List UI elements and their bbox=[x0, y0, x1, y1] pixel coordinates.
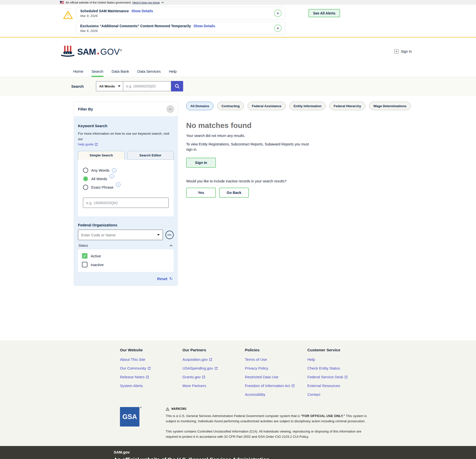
status-option-active[interactable]: ✓ Active bbox=[82, 253, 170, 259]
sign-in-link[interactable]: Sign In bbox=[394, 49, 412, 54]
warning-triangle-icon bbox=[63, 10, 73, 20]
main-area: Filter By − Keyword Search For more info… bbox=[0, 95, 476, 340]
footer-link-more-partners[interactable]: More Partners bbox=[182, 384, 245, 388]
footer-link-check-entity-status[interactable]: Check Entity Status bbox=[307, 366, 370, 370]
nav-item-home[interactable]: Home bbox=[73, 65, 83, 77]
footer-link-privacy-policy[interactable]: Privacy Policy bbox=[245, 366, 307, 370]
footer-link-label: Freedom of Information Act bbox=[245, 384, 290, 388]
keyword-tabs: Simple Search Search Editor bbox=[78, 151, 174, 160]
alert-card: Exclusions “Additional Comments” Content… bbox=[76, 22, 285, 35]
alert-card: Scheduled SAM MaintenanceShow Details Ma… bbox=[76, 7, 285, 20]
filter-panel: Filter By − Keyword Search For more info… bbox=[74, 102, 178, 286]
status-option-inactive[interactable]: Inactive bbox=[82, 262, 170, 267]
nav-item-search[interactable]: Search bbox=[91, 65, 103, 77]
active-checkbox[interactable]: ✓ bbox=[82, 253, 87, 259]
info-icon[interactable]: i bbox=[110, 174, 114, 178]
exact-phrase-label: Exact Phrase bbox=[91, 185, 113, 189]
status-header[interactable]: Status bbox=[78, 244, 173, 247]
no-matches-heading: No matches found bbox=[186, 121, 411, 130]
footer-link-restricted-data-use[interactable]: Restricted Data Use bbox=[245, 375, 307, 379]
footer-link-contact[interactable]: Contact bbox=[307, 392, 370, 397]
nav-item-data-bank[interactable]: Data Bank bbox=[112, 65, 129, 77]
minus-icon: − bbox=[169, 107, 171, 111]
help-guide-link[interactable]: help guide bbox=[78, 142, 98, 146]
active-label: Active bbox=[91, 254, 101, 258]
filter-collapse-button[interactable]: − bbox=[166, 105, 174, 113]
domain-tab-federal-hierarchy[interactable]: Federal Hierarchy bbox=[329, 102, 365, 110]
go-back-button[interactable]: Go Back bbox=[219, 188, 249, 198]
footer-link-federal-service-desk[interactable]: Federal Service Desk bbox=[307, 375, 370, 379]
gsa-logo-text: GSA bbox=[122, 413, 137, 421]
chevron-down-icon bbox=[161, 2, 164, 3]
close-icon: ✕ bbox=[277, 11, 279, 15]
dark-footer: SAM.gov An official website of the U.S. … bbox=[0, 446, 476, 459]
domain-tab-entity-information[interactable]: Entity Information bbox=[289, 102, 326, 110]
alert-title: Exclusions “Additional Comments” Content… bbox=[80, 24, 191, 28]
refresh-icon: ↻ bbox=[169, 276, 173, 281]
alert-show-details-link[interactable]: Show Details bbox=[131, 9, 153, 13]
all-words-label: All Words bbox=[91, 177, 107, 181]
close-icon: ✕ bbox=[277, 26, 279, 30]
domain-tab-wage-determinations[interactable]: Wage Determinations bbox=[369, 102, 411, 110]
nav-item-data-services[interactable]: Data Services bbox=[137, 65, 161, 77]
domain-tab-federal-assistance[interactable]: Federal Assistance bbox=[248, 102, 286, 110]
alert-close-button[interactable]: ✕ bbox=[274, 9, 282, 17]
footer-link-label: Federal Service Desk bbox=[307, 375, 343, 379]
footer-link-label: Release Notes bbox=[120, 375, 144, 379]
footer-link-foia[interactable]: Freedom of Information Act bbox=[245, 384, 307, 388]
footer-col-heading: Our Website bbox=[120, 348, 182, 352]
inactive-checkbox[interactable] bbox=[82, 262, 87, 267]
info-icon[interactable]: i bbox=[116, 182, 120, 187]
footer-link-label: Check Entity Status bbox=[307, 366, 340, 370]
site-header: ★ ★ ★ SAM★GOV® Sign In bbox=[0, 37, 476, 65]
search-type-select[interactable]: All Words bbox=[96, 81, 123, 91]
sign-in-icon bbox=[394, 49, 399, 54]
reset-filters-link[interactable]: Reset ↻ bbox=[78, 276, 174, 281]
federal-organizations-combobox[interactable]: Enter Code or Name bbox=[78, 230, 163, 240]
see-all-alerts-button[interactable]: See All Alerts bbox=[308, 9, 340, 17]
footer-link-usaspending-gov[interactable]: USASpending.gov bbox=[182, 366, 245, 370]
radio-row-all-words: All Words i bbox=[83, 176, 169, 181]
any-words-radio[interactable] bbox=[83, 168, 88, 173]
search-strip: Search All Words bbox=[0, 77, 476, 95]
samgov-logo[interactable]: ★ ★ ★ SAM★GOV® bbox=[60, 45, 122, 58]
footer-link-grants-gov[interactable]: Grants.gov bbox=[182, 375, 245, 379]
tab-simple-search[interactable]: Simple Search bbox=[78, 151, 125, 160]
info-icon[interactable]: i bbox=[112, 168, 116, 173]
tab-search-editor[interactable]: Search Editor bbox=[127, 151, 174, 160]
alert-close-button[interactable]: ✕ bbox=[274, 24, 282, 32]
no-results-message: Your search did not return any results. bbox=[186, 134, 411, 138]
search-type-value: All Words bbox=[99, 84, 115, 88]
footer-link-system-alerts[interactable]: System Alerts bbox=[120, 384, 182, 388]
logo-registered-mark: ® bbox=[120, 49, 122, 52]
warning-block: WARNING This is a U.S. General Services … bbox=[166, 407, 371, 440]
footer-link-release-notes[interactable]: Release Notes bbox=[120, 375, 182, 379]
footer-link-external-resources[interactable]: External Resources bbox=[307, 384, 370, 388]
how-you-know-link[interactable]: Here’s how you know bbox=[132, 1, 160, 4]
footer-link-our-community[interactable]: Our Community bbox=[120, 366, 182, 370]
chevron-up-icon bbox=[169, 245, 173, 247]
all-words-radio[interactable] bbox=[83, 176, 88, 181]
footer-link-terms-of-use[interactable]: Terms of Use bbox=[245, 357, 307, 362]
keyword-input[interactable] bbox=[83, 198, 169, 208]
external-link-icon bbox=[148, 367, 151, 370]
alert-show-details-link[interactable]: Show Details bbox=[193, 24, 215, 28]
warning-paragraph-2: This system contains Controlled Unclassi… bbox=[166, 429, 371, 439]
footer-link-about-this-site[interactable]: About This Site bbox=[120, 357, 182, 362]
domain-tab-all-domains[interactable]: All Domains bbox=[186, 102, 213, 110]
nav-item-help[interactable]: Help bbox=[169, 65, 177, 77]
footer-link-acquisition-gov[interactable]: Acquisition.gov bbox=[182, 357, 245, 362]
search-submit-button[interactable] bbox=[171, 81, 183, 91]
yes-button[interactable]: Yes bbox=[186, 188, 216, 198]
footer-link-label: Terms of Use bbox=[245, 357, 267, 362]
footer-link-label: External Resources bbox=[307, 384, 340, 388]
footer-link-help[interactable]: Help bbox=[307, 357, 370, 362]
results-sign-in-button[interactable]: Sign In bbox=[186, 158, 216, 168]
domain-tab-contracting[interactable]: Contracting bbox=[217, 102, 244, 110]
status-options: ✓ Active Inactive bbox=[78, 249, 174, 272]
external-link-icon bbox=[202, 376, 205, 379]
footer-link-accessibility[interactable]: Accessibility bbox=[245, 392, 307, 397]
search-input[interactable] bbox=[123, 81, 171, 91]
federal-organizations-more-button[interactable]: ••• bbox=[165, 231, 174, 239]
exact-phrase-radio[interactable] bbox=[83, 185, 88, 190]
